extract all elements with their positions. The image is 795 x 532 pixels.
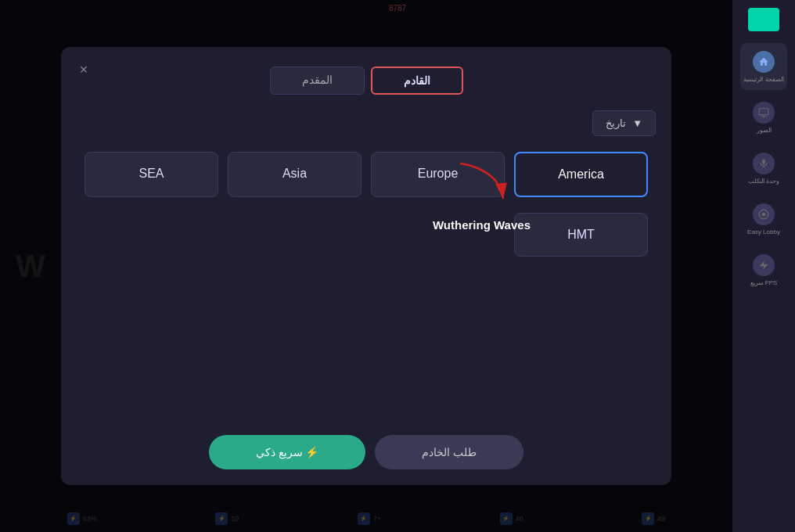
server-grid-row2: HMT [77, 213, 656, 257]
server-btn-sea[interactable]: SEA [85, 152, 218, 197]
ww-annotation: Wuthering Waves [433, 218, 531, 232]
display-icon [753, 102, 775, 124]
annotation-arrow [452, 160, 515, 207]
smart-quick-button[interactable]: ⚡ سريع ذكي [209, 435, 366, 469]
server-request-button[interactable]: طلب الخادم [375, 435, 523, 469]
server-grid: SEA Asia Europe America [77, 152, 656, 197]
server-btn-america[interactable]: America [514, 152, 648, 197]
close-button[interactable]: × [73, 59, 95, 81]
svg-rect-4 [759, 108, 768, 114]
sidebar-item-display-label: الصور [757, 127, 772, 134]
date-dropdown-container: ▼ تاريخ [77, 110, 656, 136]
tab-previous[interactable]: المقدم [270, 66, 365, 95]
sidebar-item-display[interactable]: الصور [740, 94, 787, 141]
sidebar-item-voice-label: وحدة النكلب [748, 178, 779, 185]
svg-rect-7 [762, 159, 765, 164]
bottom-buttons: ⚡ سريع ذكي طلب الخادم [77, 435, 656, 469]
svg-rect-3 [752, 24, 761, 27]
server-btn-hmt[interactable]: HMT [514, 213, 648, 257]
dropdown-arrow-icon: ▼ [632, 117, 642, 129]
sidebar-logo [748, 8, 779, 31]
sidebar-item-fps[interactable]: FPS سريع [740, 246, 787, 293]
tabs-container: المقدم القادم [77, 66, 656, 95]
sidebar-item-fps-label: FPS سريع [750, 279, 778, 286]
server-btn-asia[interactable]: Asia [228, 152, 362, 197]
easy-lobby-icon [753, 203, 775, 225]
tab-next[interactable]: القادم [371, 66, 463, 95]
voice-icon [753, 153, 775, 174]
modal-overlay: × المقدم القادم ▼ تاريخ Wuthering Waves [0, 0, 732, 532]
svg-rect-2 [752, 19, 775, 22]
sidebar-item-home-label: الصفحة الرئيسية [743, 76, 783, 83]
sidebar-item-voice[interactable]: وحدة النكلب [740, 145, 787, 192]
right-sidebar: الصفحة الرئيسية الصور وحدة النكلب [732, 0, 795, 532]
sidebar-item-easy-lobby-label: Easy Lobby [747, 228, 780, 235]
svg-rect-1 [768, 13, 775, 16]
svg-point-10 [762, 212, 766, 216]
dropdown-label: تاريخ [606, 117, 626, 129]
svg-rect-0 [752, 13, 766, 16]
date-dropdown-button[interactable]: ▼ تاريخ [592, 110, 656, 136]
fps-icon [753, 254, 775, 276]
home-icon [753, 51, 775, 73]
sidebar-item-easy-lobby[interactable]: Easy Lobby [740, 196, 787, 243]
modal: × المقدم القادم ▼ تاريخ Wuthering Waves [61, 47, 671, 485]
sidebar-item-home[interactable]: الصفحة الرئيسية [740, 43, 787, 90]
